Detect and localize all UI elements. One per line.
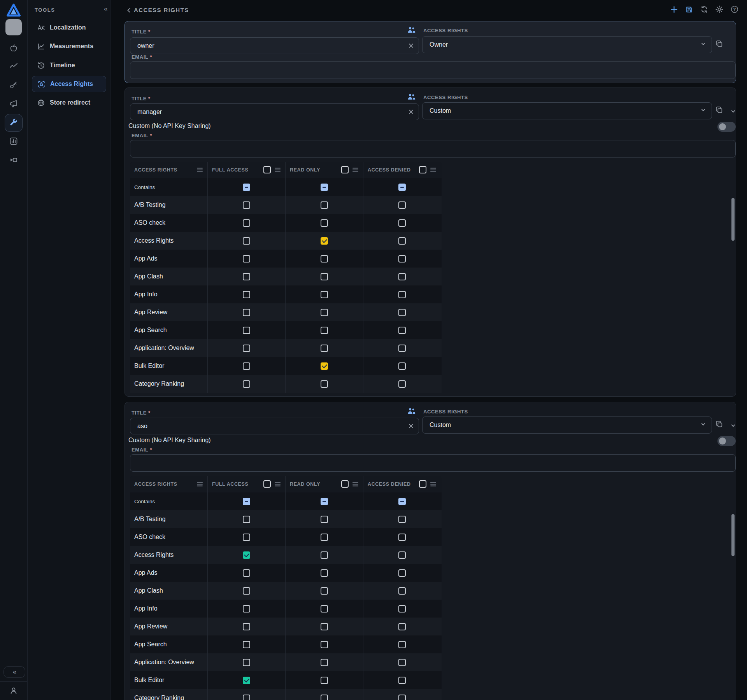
permission-checkbox[interactable]: [321, 498, 328, 505]
column-menu-icon[interactable]: [430, 167, 437, 173]
wrench-icon[interactable]: [5, 114, 23, 132]
permission-checkbox[interactable]: [321, 641, 328, 648]
help-icon[interactable]: ?: [730, 5, 739, 14]
permission-checkbox[interactable]: [398, 201, 406, 209]
permission-checkbox[interactable]: [398, 605, 406, 612]
permission-checkbox[interactable]: [398, 309, 406, 316]
permission-checkbox[interactable]: [321, 551, 328, 559]
megaphone-icon[interactable]: [9, 99, 18, 108]
permission-checkbox[interactable]: [321, 273, 328, 280]
permission-checkbox[interactable]: [321, 380, 328, 388]
settings-icon[interactable]: [715, 5, 724, 14]
permission-checkbox[interactable]: [321, 659, 328, 666]
permission-checkbox[interactable]: [398, 362, 406, 370]
app-logo-icon[interactable]: [6, 3, 21, 18]
permission-checkbox[interactable]: [321, 605, 328, 612]
trend-icon[interactable]: [9, 61, 18, 71]
permission-checkbox[interactable]: [243, 659, 250, 666]
permission-checkbox[interactable]: [321, 569, 328, 577]
permission-checkbox[interactable]: [398, 255, 406, 262]
back-icon[interactable]: [125, 7, 132, 14]
permission-checkbox[interactable]: [243, 255, 250, 262]
permission-checkbox[interactable]: [398, 695, 406, 700]
bar-chart-icon[interactable]: [9, 136, 18, 146]
permission-checkbox[interactable]: [398, 569, 406, 577]
clear-icon[interactable]: [408, 43, 414, 49]
permission-checkbox[interactable]: [243, 641, 250, 648]
permission-checkbox[interactable]: [398, 641, 406, 648]
column-menu-icon[interactable]: [352, 481, 359, 487]
duplicate-icon[interactable]: [715, 39, 723, 48]
api-key-sharing-toggle[interactable]: [717, 436, 736, 446]
permission-checkbox[interactable]: [243, 237, 250, 245]
permission-checkbox[interactable]: [398, 184, 406, 191]
permission-checkbox[interactable]: [321, 695, 328, 700]
save-icon[interactable]: [685, 5, 693, 14]
permission-checkbox[interactable]: [243, 534, 250, 541]
permission-checkbox[interactable]: [398, 551, 406, 559]
permission-checkbox[interactable]: [243, 587, 250, 595]
permission-checkbox[interactable]: [243, 273, 250, 280]
permission-checkbox[interactable]: [398, 677, 406, 684]
column-select-all-checkbox[interactable]: [419, 480, 426, 488]
column-select-all-checkbox[interactable]: [419, 166, 426, 173]
permission-checkbox[interactable]: [243, 623, 250, 630]
column-select-all-checkbox[interactable]: [263, 166, 271, 173]
apple-icon[interactable]: [9, 44, 18, 53]
access-rights-select[interactable]: Custom: [422, 102, 712, 119]
permission-checkbox[interactable]: [321, 677, 328, 684]
permission-checkbox[interactable]: [243, 291, 250, 298]
permission-checkbox[interactable]: [243, 201, 250, 209]
api-key-sharing-toggle[interactable]: [717, 122, 736, 132]
permission-checkbox[interactable]: [243, 219, 250, 227]
permission-checkbox[interactable]: [398, 587, 406, 595]
permission-checkbox[interactable]: [321, 516, 328, 523]
permission-checkbox[interactable]: [321, 587, 328, 595]
permission-checkbox[interactable]: [321, 309, 328, 316]
expand-chevron-icon[interactable]: [729, 421, 737, 430]
access-rights-select[interactable]: Owner: [422, 36, 712, 53]
permission-checkbox[interactable]: [243, 309, 250, 316]
permission-checkbox[interactable]: [243, 362, 250, 370]
permission-checkbox[interactable]: [321, 201, 328, 209]
permission-checkbox[interactable]: [398, 534, 406, 541]
permission-checkbox[interactable]: [321, 534, 328, 541]
permission-checkbox[interactable]: [398, 659, 406, 666]
permission-checkbox[interactable]: [243, 516, 250, 523]
permission-checkbox[interactable]: [243, 327, 250, 334]
sidebar-item-measurements[interactable]: Measurements: [32, 38, 106, 54]
permission-checkbox[interactable]: [243, 184, 250, 191]
clear-icon[interactable]: [408, 109, 414, 115]
permission-checkbox[interactable]: [321, 255, 328, 262]
permission-checkbox[interactable]: [321, 237, 328, 245]
column-menu-icon[interactable]: [274, 481, 281, 487]
column-select-all-checkbox[interactable]: [341, 166, 349, 173]
permission-checkbox[interactable]: [243, 605, 250, 612]
title-input[interactable]: [130, 37, 419, 54]
access-rights-select[interactable]: Custom: [422, 416, 712, 434]
person-icon[interactable]: [9, 686, 18, 695]
permission-checkbox[interactable]: [398, 273, 406, 280]
permission-checkbox[interactable]: [398, 380, 406, 388]
permission-checkbox[interactable]: [398, 623, 406, 630]
permission-checkbox[interactable]: [398, 345, 406, 352]
expand-chevron-icon[interactable]: [729, 107, 737, 116]
permission-checkbox[interactable]: [321, 184, 328, 191]
add-icon[interactable]: [670, 5, 678, 14]
permission-checkbox[interactable]: [398, 516, 406, 523]
scrollbar-thumb[interactable]: [731, 514, 735, 556]
email-input[interactable]: [130, 454, 736, 472]
scrollbar-thumb[interactable]: [731, 198, 735, 241]
duplicate-icon[interactable]: [715, 105, 723, 114]
permission-checkbox[interactable]: [243, 498, 250, 505]
permission-checkbox[interactable]: [243, 551, 250, 559]
permission-checkbox[interactable]: [398, 498, 406, 505]
permission-checkbox[interactable]: [321, 327, 328, 334]
permission-checkbox[interactable]: [398, 327, 406, 334]
sidebar-item-localization[interactable]: Localization: [32, 19, 106, 36]
permission-checkbox[interactable]: [321, 623, 328, 630]
permission-checkbox[interactable]: [243, 677, 250, 684]
clear-icon[interactable]: [408, 423, 414, 429]
column-menu-icon[interactable]: [352, 167, 359, 173]
current-app-avatar[interactable]: [5, 19, 22, 35]
